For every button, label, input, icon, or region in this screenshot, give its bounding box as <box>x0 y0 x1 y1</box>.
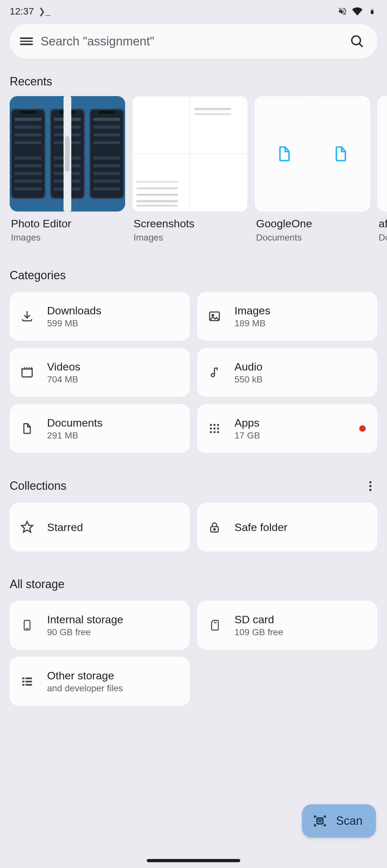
apps-icon <box>207 421 222 436</box>
terminal-icon: ❯_ <box>38 6 50 17</box>
sdcard-icon <box>207 617 222 633</box>
svg-rect-24 <box>26 681 32 682</box>
category-downloads[interactable]: Downloads599 MB <box>10 292 190 341</box>
storage-name: Other storage <box>47 670 123 682</box>
category-size: 189 MB <box>234 318 271 329</box>
category-apps[interactable]: Apps17 GB <box>197 404 377 453</box>
categories-grid: Downloads599 MB Images189 MB Videos704 M… <box>0 290 387 453</box>
svg-point-9 <box>210 428 212 430</box>
battery-icon <box>367 6 377 17</box>
svg-line-1 <box>360 44 363 47</box>
recent-title: Photo Editor <box>10 217 125 230</box>
search-input[interactable]: Search "assignment" <box>41 34 343 49</box>
recent-item[interactable]: Screenshots Images <box>132 96 248 243</box>
status-bar: 12:37 ❯_ <box>0 0 387 20</box>
storage-name: Internal storage <box>47 613 123 626</box>
more-icon[interactable] <box>363 479 377 493</box>
scan-button[interactable]: Scan <box>302 804 376 838</box>
category-audio[interactable]: Audio550 kB <box>197 348 377 397</box>
storage-sdcard[interactable]: SD card109 GB free <box>197 601 377 650</box>
recent-thumb-googleone <box>255 96 370 212</box>
recent-item[interactable]: afla Doc <box>377 96 387 243</box>
svg-rect-4 <box>22 369 32 377</box>
svg-rect-25 <box>22 684 25 685</box>
category-name: Apps <box>234 416 260 429</box>
svg-rect-21 <box>22 677 25 679</box>
list-icon <box>19 674 35 689</box>
svg-point-6 <box>210 424 212 426</box>
recent-item[interactable]: Photo Editor Images <box>10 96 125 243</box>
svg-point-12 <box>210 431 212 433</box>
recent-thumb-extra <box>377 96 387 212</box>
collections-grid: Starred Safe folder <box>0 501 387 552</box>
svg-point-5 <box>211 373 214 377</box>
storage-grid: Internal storage90 GB free SD card109 GB… <box>0 599 387 706</box>
section-header-categories: Categories <box>0 262 387 290</box>
recent-subtitle: Images <box>10 232 125 243</box>
notification-dot-icon <box>359 425 366 432</box>
collection-starred[interactable]: Starred <box>10 503 190 552</box>
category-name: Documents <box>47 416 102 429</box>
storage-sub: 90 GB free <box>47 627 123 638</box>
categories-title: Categories <box>10 269 66 282</box>
collection-name: Starred <box>47 521 83 534</box>
category-size: 17 GB <box>234 430 260 441</box>
svg-point-14 <box>217 431 219 433</box>
category-name: Audio <box>234 361 263 373</box>
section-header-storage: All storage <box>0 571 387 599</box>
svg-rect-23 <box>22 681 25 682</box>
svg-point-7 <box>213 424 215 426</box>
storage-internal[interactable]: Internal storage90 GB free <box>10 601 190 650</box>
storage-name: SD card <box>234 613 283 626</box>
section-header-collections: Collections <box>0 472 387 501</box>
search-bar[interactable]: Search "assignment" <box>10 24 377 59</box>
collection-name: Safe folder <box>234 521 287 534</box>
storage-title: All storage <box>10 578 64 591</box>
download-icon <box>19 309 35 324</box>
category-name: Images <box>234 304 271 317</box>
svg-point-3 <box>212 314 213 316</box>
category-documents[interactable]: Documents291 MB <box>10 404 190 453</box>
storage-other[interactable]: Other storageand developer files <box>10 657 190 706</box>
wifi-icon <box>352 6 362 17</box>
scan-icon <box>313 814 327 828</box>
collections-title: Collections <box>10 479 66 493</box>
movie-icon <box>19 365 35 380</box>
star-icon <box>19 520 35 535</box>
recent-subtitle: Documents <box>255 232 370 243</box>
svg-point-16 <box>214 528 215 530</box>
svg-rect-26 <box>26 684 32 685</box>
category-size: 599 MB <box>47 318 101 329</box>
category-size: 704 MB <box>47 374 80 385</box>
section-header-recents: Recents <box>0 68 387 96</box>
category-images[interactable]: Images189 MB <box>197 292 377 341</box>
svg-point-13 <box>213 431 215 433</box>
recent-title: GoogleOne <box>255 217 370 230</box>
recent-item[interactable]: GoogleOne Documents <box>255 96 370 243</box>
category-videos[interactable]: Videos704 MB <box>10 348 190 397</box>
phone-icon <box>19 617 35 633</box>
menu-icon[interactable] <box>19 34 33 49</box>
nav-handle[interactable] <box>147 859 240 862</box>
svg-point-8 <box>217 424 219 426</box>
category-size: 291 MB <box>47 430 102 441</box>
category-name: Downloads <box>47 304 101 317</box>
recents-row[interactable]: Photo Editor Images Screenshots Images G… <box>0 96 387 243</box>
collection-safefolder[interactable]: Safe folder <box>197 503 377 552</box>
svg-point-11 <box>217 428 219 430</box>
search-icon[interactable] <box>350 34 364 49</box>
scan-label: Scan <box>336 814 362 828</box>
svg-point-10 <box>213 428 215 430</box>
recent-title: afla <box>377 217 387 230</box>
recents-title: Recents <box>10 75 52 88</box>
storage-sub: and developer files <box>47 683 123 693</box>
storage-sub: 109 GB free <box>234 627 283 638</box>
lock-icon <box>207 520 222 535</box>
category-name: Videos <box>47 361 80 373</box>
svg-rect-22 <box>26 677 32 679</box>
audio-icon <box>207 365 222 380</box>
image-icon <box>207 309 222 324</box>
recent-thumb-screenshots <box>132 96 248 212</box>
recent-thumb-photo-editor <box>10 96 125 212</box>
mute-icon <box>337 6 348 17</box>
